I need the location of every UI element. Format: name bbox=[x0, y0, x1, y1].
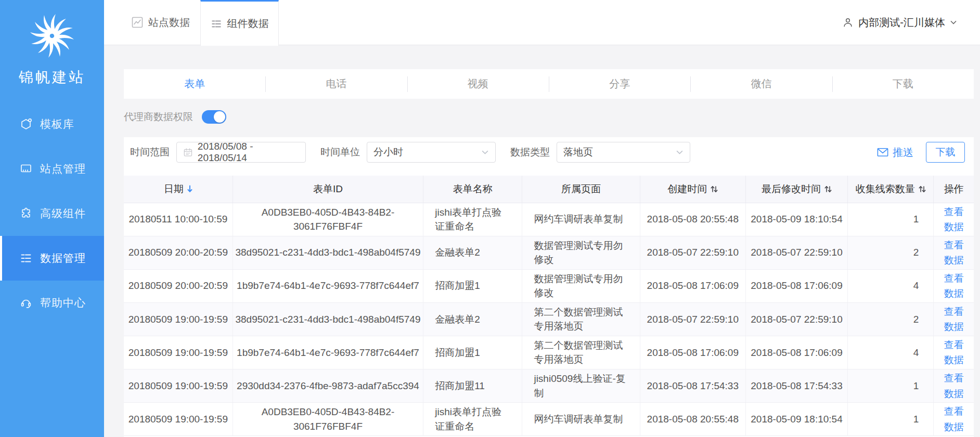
subtab-phone[interactable]: 电话 bbox=[265, 69, 407, 99]
view-data-link[interactable]: 查看数据 bbox=[943, 370, 965, 401]
cell-page: 第二个数据管理测试专用落地页 bbox=[522, 336, 640, 369]
user-icon bbox=[842, 17, 854, 28]
sidebar-item-help-center[interactable]: 帮助中心 bbox=[0, 281, 104, 325]
agent-permission-label: 代理商数据权限 bbox=[124, 110, 193, 124]
time-unit-select[interactable]: 分小时 bbox=[367, 142, 496, 163]
site-data-chart-icon bbox=[132, 17, 143, 28]
time-unit-label: 时间单位 bbox=[320, 145, 360, 159]
cell-page: jishi0509线上验证-复制 bbox=[522, 369, 640, 402]
subtab-share[interactable]: 分享 bbox=[549, 69, 690, 99]
col-label: 表单名称 bbox=[453, 182, 493, 196]
pinwheel-logo-icon bbox=[30, 14, 74, 58]
subtab-wechat[interactable]: 微信 bbox=[690, 69, 832, 99]
toggle-knob bbox=[214, 111, 225, 123]
cell-modified: 2018-05-08 17:06:09 bbox=[745, 336, 847, 369]
calendar-icon bbox=[183, 147, 193, 157]
data-type-label: 数据类型 bbox=[510, 145, 550, 159]
col-actions: 操作 bbox=[934, 176, 974, 203]
view-data-link[interactable]: 查看数据 bbox=[943, 337, 965, 368]
cell-actions: 查看数据 bbox=[934, 403, 974, 436]
table-row: 20180509 19:00-19:59A0DB3EB0-405D-4B43-8… bbox=[124, 403, 974, 436]
col-form-name: 表单名称 bbox=[423, 176, 522, 203]
site-management-icon bbox=[20, 163, 32, 175]
chevron-down-icon bbox=[481, 150, 489, 155]
sort-both-icon bbox=[824, 185, 832, 193]
data-panel: 时间范围 2018/05/08 - 2018/05/14 时间单位 分小时 bbox=[124, 137, 974, 437]
component-type-tabs: 表单 电话 视频 分享 微信 下载 bbox=[124, 69, 974, 99]
subtab-form[interactable]: 表单 bbox=[124, 69, 265, 99]
view-data-link[interactable]: 查看数据 bbox=[943, 204, 965, 235]
cell-modified: 2018-05-08 17:06:09 bbox=[745, 269, 847, 302]
cell-modified: 2018-05-07 22:59:10 bbox=[745, 302, 847, 336]
col-created[interactable]: 创建时间 bbox=[640, 176, 745, 203]
col-label: 最后修改时间 bbox=[762, 182, 821, 196]
template-library-icon bbox=[20, 118, 32, 130]
cell-modified: 2018-05-09 18:10:54 bbox=[745, 203, 847, 236]
data-type-select[interactable]: 落地页 bbox=[557, 142, 690, 163]
user-menu[interactable]: 内部测试-汇川媒体 bbox=[842, 0, 957, 45]
content-area: 表单 电话 视频 分享 微信 下载 代理商数据权限 时间范围 bbox=[104, 45, 980, 437]
filter-bar: 时间范围 2018/05/08 - 2018/05/14 时间单位 分小时 bbox=[124, 142, 974, 163]
cell-lead-count: 4 bbox=[848, 269, 934, 302]
cell-created: 2018-05-08 17:54:33 bbox=[640, 369, 745, 402]
component-data-list-icon bbox=[211, 18, 222, 30]
subtab-download[interactable]: 下载 bbox=[832, 69, 974, 99]
cell-modified: 2018-05-07 22:59:10 bbox=[745, 236, 847, 269]
sidebar-item-advanced-components[interactable]: 高级组件 bbox=[0, 191, 104, 236]
cell-form-name: jishi表单打点验证重命名 bbox=[423, 203, 522, 236]
sidebar-item-template-library[interactable]: 模板库 bbox=[0, 102, 104, 147]
date-range-input[interactable]: 2018/05/08 - 2018/05/14 bbox=[176, 142, 306, 163]
sidebar-item-site-management[interactable]: 站点管理 bbox=[0, 147, 104, 191]
sidebar-item-label: 模板库 bbox=[40, 117, 74, 131]
view-data-link[interactable]: 查看数据 bbox=[943, 271, 965, 301]
col-date[interactable]: 日期 bbox=[124, 176, 233, 203]
cell-created: 2018-05-08 17:06:09 bbox=[640, 336, 745, 369]
sidebar-item-label: 高级组件 bbox=[40, 206, 86, 221]
subtab-label: 分享 bbox=[609, 77, 630, 91]
col-page: 所属页面 bbox=[522, 176, 640, 203]
cell-date: 20180509 19:00-19:59 bbox=[124, 302, 233, 336]
col-label: 收集线索数量 bbox=[856, 182, 915, 196]
cell-form-name: 金融表单2 bbox=[423, 236, 522, 269]
subtab-video[interactable]: 视频 bbox=[407, 69, 549, 99]
download-button[interactable]: 下载 bbox=[926, 142, 965, 163]
sort-desc-icon bbox=[187, 185, 192, 193]
cell-lead-count: 2 bbox=[848, 236, 934, 269]
cell-created: 2018-05-08 20:55:48 bbox=[640, 203, 745, 236]
app-title: 锦帆建站 bbox=[0, 68, 104, 87]
cell-page: 数据管理测试专用勿修改 bbox=[522, 236, 640, 269]
cell-created: 2018-05-08 20:55:48 bbox=[640, 403, 745, 436]
tab-label: 组件数据 bbox=[227, 17, 269, 31]
tab-component-data[interactable]: 组件数据 bbox=[200, 0, 279, 46]
cell-modified: 2018-05-09 18:10:54 bbox=[745, 403, 847, 436]
view-data-link[interactable]: 查看数据 bbox=[943, 237, 965, 268]
date-range-value: 2018/05/08 - 2018/05/14 bbox=[198, 141, 299, 164]
view-data-link[interactable]: 查看数据 bbox=[943, 304, 965, 335]
data-type-value: 落地页 bbox=[563, 145, 593, 159]
push-label: 推送 bbox=[893, 145, 913, 160]
cell-modified: 2018-05-08 17:54:33 bbox=[745, 369, 847, 402]
col-modified[interactable]: 最后修改时间 bbox=[745, 176, 847, 203]
col-lead-count[interactable]: 收集线索数量 bbox=[848, 176, 934, 203]
cell-form-name: 招商加盟1 bbox=[423, 269, 522, 302]
view-data-link[interactable]: 查看数据 bbox=[943, 404, 965, 434]
download-label: 下载 bbox=[936, 145, 956, 159]
cell-actions: 查看数据 bbox=[934, 203, 974, 236]
agent-permission-toggle[interactable] bbox=[202, 110, 226, 124]
cell-lead-count: 1 bbox=[848, 403, 934, 436]
time-range-label: 时间范围 bbox=[130, 145, 170, 159]
cell-form-id: 2930dd34-2376-4fbe-9873-adaf7a5cc394 bbox=[233, 369, 423, 402]
cell-date: 20180509 19:00-19:59 bbox=[124, 403, 233, 436]
tab-site-data[interactable]: 站点数据 bbox=[132, 0, 190, 45]
cell-form-name: 金融表单2 bbox=[423, 302, 522, 336]
sidebar-item-data-management[interactable]: 数据管理 bbox=[0, 236, 104, 281]
push-button[interactable]: 推送 bbox=[877, 145, 913, 160]
subtab-label: 下载 bbox=[893, 77, 913, 91]
table-row: 20180509 19:00-19:5938d95021-c231-4dd3-b… bbox=[124, 302, 974, 336]
cell-actions: 查看数据 bbox=[934, 369, 974, 402]
main-area: 站点数据 组件数据 内部测试-汇川媒体 表单 电话 视频 分享 微信 bbox=[104, 0, 980, 437]
col-label: 表单ID bbox=[313, 182, 343, 196]
envelope-icon bbox=[877, 148, 888, 157]
cell-actions: 查看数据 bbox=[934, 336, 974, 369]
table-row: 20180511 10:00-10:59A0DB3EB0-405D-4B43-8… bbox=[124, 203, 974, 236]
